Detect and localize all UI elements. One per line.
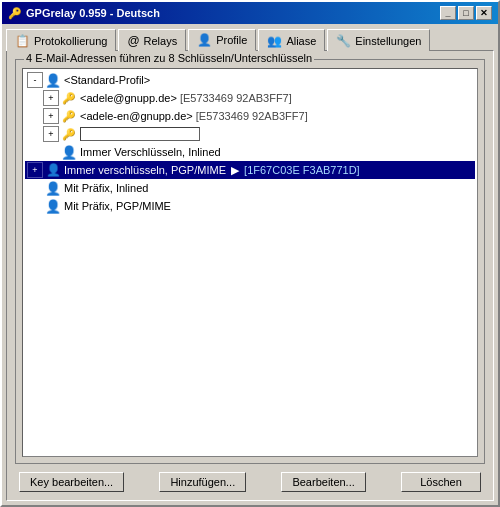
profile-tab-icon: 👤 bbox=[197, 33, 212, 47]
tree-item-mit-praefix-pgp[interactable]: 👤 Mit Präfix, PGP/MIME bbox=[25, 197, 475, 215]
tab-einstellungen-label: Einstellungen bbox=[355, 35, 421, 47]
expand-immer-pgp[interactable]: + bbox=[27, 162, 43, 178]
protokollierung-icon: 📋 bbox=[15, 34, 30, 48]
tab-aliase[interactable]: 👥 Aliase bbox=[258, 29, 325, 51]
expand-placeholder-immer-inlined bbox=[43, 144, 59, 160]
expand-placeholder-mit-praefix-inlined bbox=[27, 180, 43, 196]
key-bearbeiten-button[interactable]: Key bearbeiten... bbox=[19, 472, 124, 492]
group-box: 4 E-Mail-Adressen führen zu 8 Schlüsseln… bbox=[15, 59, 485, 464]
tab-bar: 📋 Protokollierung @ Relays 👤 Profile 👥 A… bbox=[2, 24, 498, 50]
tree-item-immer-inlined[interactable]: 👤 Immer Verschlüsseln, Inlined bbox=[41, 143, 475, 161]
loeschen-button[interactable]: Löschen bbox=[401, 472, 481, 492]
tree-view[interactable]: - 👤 <Standard-Profil> + 🔑 <adele@gnupp.d… bbox=[22, 68, 478, 457]
app-icon: 🔑 bbox=[8, 7, 22, 20]
profile-icon-immer-inlined: 👤 bbox=[61, 144, 77, 160]
profile-icon-mit-praefix-pgp: 👤 bbox=[45, 198, 61, 214]
expand-adele-gnupp[interactable]: + bbox=[43, 90, 59, 106]
label-immer-pgp: Immer verschlüsseln, PGP/MIME bbox=[64, 164, 226, 176]
window-title: GPGrelay 0.959 - Deutsch bbox=[26, 7, 160, 19]
label-standard-profil: <Standard-Profil> bbox=[64, 74, 150, 86]
tab-aliase-label: Aliase bbox=[286, 35, 316, 47]
content-area: 4 E-Mail-Adressen führen zu 8 Schlüsseln… bbox=[6, 50, 494, 501]
arrow-immer-pgp: ▶ bbox=[228, 164, 239, 177]
minimize-button[interactable]: _ bbox=[440, 6, 456, 20]
tab-profile[interactable]: 👤 Profile bbox=[188, 29, 256, 51]
expand-placeholder-mit-praefix-pgp bbox=[27, 198, 43, 214]
key-adele-en: [E5733469 92AB3FF7] bbox=[193, 110, 308, 122]
title-bar-left: 🔑 GPGrelay 0.959 - Deutsch bbox=[8, 7, 160, 20]
relays-icon: @ bbox=[127, 34, 139, 48]
profile-icon-mit-praefix-inlined: 👤 bbox=[45, 180, 61, 196]
expand-adele-en[interactable]: + bbox=[43, 108, 59, 124]
expand-standard-profil[interactable]: - bbox=[27, 72, 43, 88]
tab-protokollierung-label: Protokollierung bbox=[34, 35, 107, 47]
title-bar: 🔑 GPGrelay 0.959 - Deutsch _ □ ✕ bbox=[2, 2, 498, 24]
tab-profile-label: Profile bbox=[216, 34, 247, 46]
key-adele-gnupp: [E5733469 92AB3FF7] bbox=[177, 92, 292, 104]
label-mit-praefix-pgp: Mit Präfix, PGP/MIME bbox=[64, 200, 171, 212]
tab-einstellungen[interactable]: 🔧 Einstellungen bbox=[327, 29, 430, 51]
tab-protokollierung[interactable]: 📋 Protokollierung bbox=[6, 29, 116, 51]
empty-email-input[interactable] bbox=[80, 127, 200, 141]
key-icon-adele-gnupp: 🔑 bbox=[61, 90, 77, 106]
einstellungen-icon: 🔧 bbox=[336, 34, 351, 48]
tab-relays-label: Relays bbox=[144, 35, 178, 47]
bearbeiten-button[interactable]: Bearbeiten... bbox=[281, 472, 365, 492]
tree-item-mit-praefix-inlined[interactable]: 👤 Mit Präfix, Inlined bbox=[25, 179, 475, 197]
expand-empty[interactable]: + bbox=[43, 126, 59, 142]
tab-relays[interactable]: @ Relays bbox=[118, 29, 186, 51]
key-immer-pgp: [1F67C03E F3AB771D] bbox=[241, 164, 360, 176]
key-icon-adele-en: 🔑 bbox=[61, 108, 77, 124]
main-window: 🔑 GPGrelay 0.959 - Deutsch _ □ ✕ 📋 Proto… bbox=[0, 0, 500, 507]
close-button[interactable]: ✕ bbox=[476, 6, 492, 20]
tree-item-empty[interactable]: + 🔑 bbox=[41, 125, 475, 143]
tree-item-immer-pgp[interactable]: + 👤 Immer verschlüsseln, PGP/MIME ▶ [1F6… bbox=[25, 161, 475, 179]
buttons-row: Key bearbeiten... Hinzufügen... Bearbeit… bbox=[15, 472, 485, 492]
tree-item-adele-en[interactable]: + 🔑 <adele-en@gnupp.de> [E5733469 92AB3F… bbox=[41, 107, 475, 125]
tree-item-adele-gnupp[interactable]: + 🔑 <adele@gnupp.de> [E5733469 92AB3FF7] bbox=[41, 89, 475, 107]
profile-icon-immer-pgp: 👤 bbox=[45, 162, 61, 178]
tree-item-standard-profil[interactable]: - 👤 <Standard-Profil> bbox=[25, 71, 475, 89]
maximize-button[interactable]: □ bbox=[458, 6, 474, 20]
profile-icon-standard: 👤 bbox=[45, 72, 61, 88]
hinzufuegen-button[interactable]: Hinzufügen... bbox=[159, 472, 246, 492]
label-immer-inlined: Immer Verschlüsseln, Inlined bbox=[80, 146, 221, 158]
title-buttons: _ □ ✕ bbox=[440, 6, 492, 20]
label-adele-en: <adele-en@gnupp.de> bbox=[80, 110, 193, 122]
group-label: 4 E-Mail-Adressen führen zu 8 Schlüsseln… bbox=[24, 52, 314, 64]
label-adele-gnupp: <adele@gnupp.de> bbox=[80, 92, 177, 104]
aliase-icon: 👥 bbox=[267, 34, 282, 48]
key-icon-empty: 🔑 bbox=[61, 126, 77, 142]
label-mit-praefix-inlined: Mit Präfix, Inlined bbox=[64, 182, 148, 194]
